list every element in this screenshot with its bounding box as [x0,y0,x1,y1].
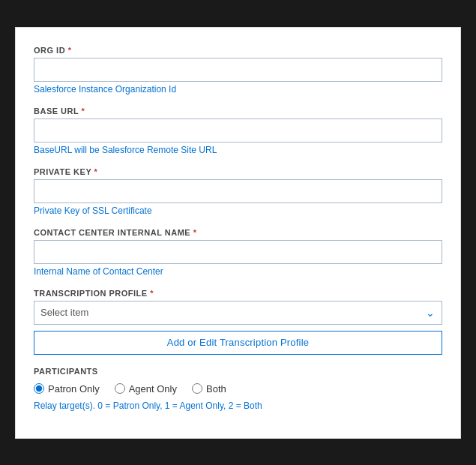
private-key-label-text: PRIVATE KEY [34,167,91,176]
org-id-hint: Salesforce Instance Organization Id [34,84,442,94]
org-id-required: * [68,46,72,55]
participants-row: Patron Only Agent Only Both [34,383,442,394]
base-url-label: BASE URL * [34,106,442,116]
transcription-profile-select-wrapper: Select item ⌄ [34,301,442,325]
contact-center-input[interactable] [34,240,442,264]
org-id-group: ORG ID * Salesforce Instance Organizatio… [34,46,442,94]
both-radio-item[interactable]: Both [192,383,226,394]
transcription-profile-label-text: TRANSCRIPTION PROFILE [34,289,148,298]
agent-only-label: Agent Only [129,383,177,394]
contact-center-required: * [193,228,197,237]
patron-only-radio-item[interactable]: Patron Only [34,383,100,394]
both-radio[interactable] [192,383,202,394]
relay-hint: Relay target(s). 0 = Patron Only, 1 = Ag… [34,400,442,411]
org-id-label-text: ORG ID [34,46,65,55]
contact-center-label-text: CONTACT CENTER INTERNAL NAME [34,228,190,237]
contact-center-label: CONTACT CENTER INTERNAL NAME * [34,228,442,237]
base-url-group: BASE URL * BaseURL will be Salesforce Re… [34,106,442,155]
base-url-input[interactable] [34,118,442,142]
transcription-profile-group: TRANSCRIPTION PROFILE * Select item ⌄ Ad… [34,289,442,355]
agent-only-radio-item[interactable]: Agent Only [115,383,177,394]
patron-only-label: Patron Only [48,383,100,394]
private-key-hint: Private Key of SSL Certificate [34,206,442,216]
agent-only-radio[interactable] [115,383,125,394]
base-url-required: * [82,106,85,116]
org-id-label: ORG ID * [34,46,442,55]
participants-group: PARTICIPANTS Patron Only Agent Only Both… [34,367,442,411]
private-key-required: * [94,167,98,176]
private-key-group: PRIVATE KEY * Private Key of SSL Certifi… [34,167,442,216]
both-label: Both [206,383,226,394]
patron-only-radio[interactable] [34,383,44,394]
base-url-label-text: BASE URL [34,106,79,116]
contact-center-group: CONTACT CENTER INTERNAL NAME * Internal … [34,228,442,277]
private-key-label: PRIVATE KEY * [34,167,442,176]
form-card: ORG ID * Salesforce Instance Organizatio… [15,27,461,439]
participants-section-label: PARTICIPANTS [34,367,442,376]
add-edit-transcription-button[interactable]: Add or Edit Transcription Profile [34,331,442,355]
contact-center-hint: Internal Name of Contact Center [34,266,442,277]
transcription-profile-select[interactable]: Select item [34,301,442,325]
transcription-profile-required: * [150,289,154,298]
org-id-input[interactable] [34,58,442,82]
private-key-input[interactable] [34,179,442,203]
base-url-hint: BaseURL will be Salesforce Remote Site U… [34,145,442,155]
transcription-profile-label: TRANSCRIPTION PROFILE * [34,289,442,298]
